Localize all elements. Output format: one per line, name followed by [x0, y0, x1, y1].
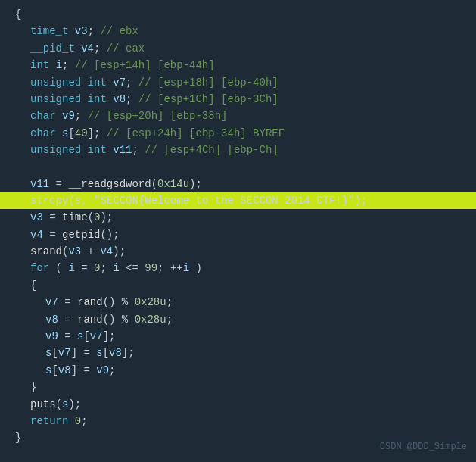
code-line: s[v8] = v9;	[0, 362, 476, 379]
type-keyword: unsigned int	[30, 74, 107, 91]
variable: v8	[58, 362, 71, 379]
punc	[49, 57, 55, 73]
code-container: { time_t v3; // ebx __pid_t v4; // eax i…	[0, 0, 476, 462]
type-keyword: time_t	[30, 23, 68, 39]
code-line: char v9; // [esp+20h] [ebp-38h]	[0, 108, 476, 124]
punc: );	[68, 396, 81, 413]
variable: i	[68, 260, 74, 276]
punc: +	[81, 243, 100, 260]
variable: v9	[96, 362, 109, 379]
punc: (	[62, 243, 68, 260]
punc: <=	[120, 260, 145, 276]
variable: v9	[45, 328, 58, 345]
punc: }	[30, 379, 36, 395]
variable: v8	[109, 345, 122, 361]
punc: =	[58, 311, 77, 328]
punc: =	[58, 294, 77, 311]
punc: [	[103, 345, 109, 361]
code-line: v9 = s[v7];	[0, 328, 476, 345]
number: 40	[75, 125, 88, 142]
variable: v3	[75, 23, 88, 39]
punc: );	[100, 209, 113, 226]
code-line: return 0;	[0, 413, 476, 429]
variable: i	[183, 260, 189, 276]
code-line: v3 = time(0);	[0, 209, 476, 226]
variable: v7	[113, 74, 126, 91]
punc	[68, 23, 74, 39]
variable: v3	[30, 209, 43, 226]
variable: v3	[68, 243, 81, 260]
comment: // ebx	[100, 23, 138, 39]
comment: // [esp+20h] [ebp-38h]	[88, 108, 228, 124]
punc: {	[15, 6, 21, 23]
punc: ;	[126, 91, 138, 108]
type-keyword: char	[30, 108, 56, 124]
variable: v7	[90, 328, 103, 345]
number: 0x28u	[135, 311, 166, 328]
type-keyword: unsigned int	[30, 142, 107, 158]
code-line: puts(s);	[0, 396, 476, 413]
variable: v9	[62, 108, 75, 124]
punc: ++	[170, 260, 183, 276]
punc: (	[56, 396, 62, 413]
punc: =	[75, 260, 94, 276]
punc: ;	[75, 108, 88, 124]
punc	[107, 142, 113, 158]
variable: v4	[100, 243, 113, 260]
comment: // [esp+18h] [ebp-40h]	[138, 74, 278, 91]
number: 0x14u	[157, 176, 189, 192]
code-line: srand(v3 + v4);	[0, 243, 476, 260]
punc: ;	[94, 40, 107, 57]
variable: s	[96, 345, 102, 361]
variable: v7	[58, 345, 71, 361]
punc	[68, 413, 74, 429]
number: 0	[94, 209, 100, 226]
string-quote: "	[94, 192, 100, 209]
variable: v7	[45, 294, 58, 311]
punc: (	[49, 260, 68, 276]
number: 0	[75, 413, 81, 429]
punc: ;	[166, 311, 173, 328]
variable: i	[56, 57, 62, 73]
highlighted-line: strcpy(s, "SECCON{Welcome to the SECCON …	[0, 192, 476, 209]
empty-line	[0, 159, 476, 176]
keyword: for	[30, 260, 49, 276]
comment: // eax	[107, 40, 145, 57]
variable: s	[45, 362, 51, 379]
code-line: v8 = rand() % 0x28u;	[0, 311, 476, 328]
code-line: unsigned int v11; // [esp+4Ch] [ebp-Ch]	[0, 142, 476, 158]
punc: [	[83, 328, 89, 345]
code-line: s[v7] = s[v8];	[0, 345, 476, 361]
variable: v4	[81, 40, 94, 57]
comment: // [esp+4Ch] [ebp-Ch]	[145, 142, 278, 158]
variable: s	[62, 125, 68, 142]
punc: );	[113, 243, 126, 260]
comment: // [esp+14h] [ebp-44h]	[75, 57, 215, 73]
variable: s	[77, 328, 83, 345]
type-keyword: __pid_t	[30, 40, 75, 57]
punc	[56, 108, 62, 124]
punc: ;	[166, 294, 173, 311]
type-keyword: unsigned int	[30, 91, 107, 108]
punc: ];	[88, 125, 107, 142]
type-keyword: int	[30, 57, 49, 73]
punc: (	[88, 209, 94, 226]
function: getpid	[62, 226, 100, 243]
variable: v8	[45, 311, 58, 328]
punc: ;	[88, 23, 101, 39]
punc: [	[51, 345, 58, 361]
variable: v8	[113, 91, 126, 108]
code-line: time_t v3; // ebx	[0, 23, 476, 39]
code-line: {	[0, 6, 476, 23]
punc: () %	[103, 311, 135, 328]
string-content: SECCON{Welcome to the SECCON 2014 CTF!}	[100, 192, 348, 209]
variable: s	[75, 192, 81, 209]
punc: [	[68, 125, 74, 142]
punc	[56, 125, 62, 142]
punc: ;	[100, 260, 113, 276]
code-line: unsigned int v8; // [esp+1Ch] [ebp-3Ch]	[0, 91, 476, 108]
punc: ;	[109, 362, 115, 379]
number: 99	[145, 260, 157, 276]
punc: ;	[132, 142, 145, 158]
punc: ;	[81, 413, 87, 429]
